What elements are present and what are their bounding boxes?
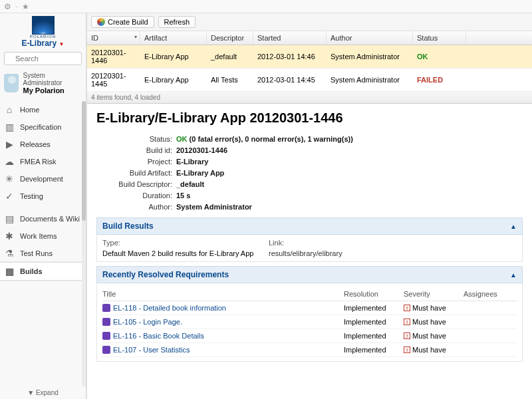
- project-selector[interactable]: E-Library ▼: [0, 39, 86, 48]
- nav-icon: ☁: [4, 156, 15, 167]
- build-row[interactable]: 20120301-1445E-Library AppAll Tests2012-…: [87, 68, 532, 92]
- nav: ⌂Home▥Specification▶Releases☁FMEA Risk✳D…: [0, 101, 86, 386]
- requirement-icon: [102, 318, 110, 326]
- star-icon[interactable]: ★: [22, 2, 29, 11]
- nav-icon: ✳: [4, 174, 15, 184]
- my-polarion-link[interactable]: My Polarion: [23, 86, 82, 94]
- refresh-button[interactable]: Refresh: [158, 16, 196, 28]
- col-author[interactable]: Author: [327, 31, 413, 45]
- link-label: Link:: [269, 239, 517, 247]
- sidebar-item-builds[interactable]: ▦Builds: [0, 262, 86, 281]
- nav-icon: ▦: [4, 266, 15, 277]
- sidebar: POLARION E-Library ▼ System Administrato…: [0, 13, 86, 399]
- nav-label: Home: [20, 106, 39, 114]
- col-descriptor[interactable]: Descriptor: [207, 31, 253, 45]
- nav-label: Releases: [20, 140, 51, 148]
- sidebar-item-fmea-risk[interactable]: ☁FMEA Risk: [0, 153, 86, 170]
- grid-footer: 4 items found, 4 loaded: [87, 92, 532, 104]
- requirement-row[interactable]: EL-116 - Basic Book DetailsImplemented!M…: [102, 329, 517, 343]
- req-col-assignees: Assignees: [464, 290, 517, 298]
- detail-key: Build Descriptor:: [110, 180, 176, 188]
- requirement-icon: [102, 304, 110, 312]
- sidebar-item-work-items[interactable]: ✱Work Items: [0, 227, 86, 245]
- recent-req-header[interactable]: Recently Resolved Requirements▲: [96, 266, 523, 283]
- sidebar-item-test-runs[interactable]: ⚗Test Runs: [0, 245, 86, 262]
- detail-key: Status:: [110, 135, 176, 143]
- nav-label: Work Items: [20, 232, 57, 240]
- requirement-row[interactable]: EL-105 - Login Page.Implemented!Must hav…: [102, 315, 517, 329]
- requirement-icon: [102, 346, 110, 354]
- nav-label: Testing: [20, 192, 43, 200]
- create-build-icon: [97, 18, 105, 26]
- nav-label: FMEA Risk: [20, 158, 56, 166]
- nav-icon: ⌂: [4, 104, 15, 115]
- sidebar-item-testing[interactable]: ✓Testing: [0, 188, 86, 205]
- detail-value: OK (0 fatal error(s), 0 normal error(s),…: [176, 135, 523, 143]
- detail-value: E-Library App: [176, 169, 523, 177]
- detail-key: Build id:: [110, 146, 176, 154]
- nav-icon: ▶: [4, 139, 15, 150]
- sidebar-item-releases[interactable]: ▶Releases: [0, 136, 86, 153]
- nav-icon: ✱: [4, 231, 15, 241]
- detail-value: 15 s: [176, 192, 523, 200]
- detail-value: _default: [176, 180, 523, 188]
- recent-req-body: Title Resolution Severity Assignees EL-1…: [96, 283, 523, 362]
- nav-label: Builds: [20, 267, 43, 275]
- avatar: [4, 74, 19, 92]
- req-col-resolution: Resolution: [344, 290, 404, 298]
- detail-key: Project:: [110, 158, 176, 166]
- detail-key: Build Artifact:: [110, 169, 176, 177]
- col-status[interactable]: Status: [413, 31, 466, 45]
- nav-icon: ▤: [4, 213, 15, 224]
- type-value: Default Maven 2 build results for E-Libr…: [102, 249, 269, 257]
- sidebar-scrollbar[interactable]: [82, 101, 86, 386]
- build-results-header[interactable]: Build Results▲: [96, 217, 523, 235]
- gear-icon[interactable]: ⚙: [4, 2, 11, 11]
- link-value[interactable]: results/elibrary/elibrary: [269, 249, 517, 257]
- req-col-severity: Severity: [404, 290, 464, 298]
- col-artifact[interactable]: Artifact: [140, 31, 207, 45]
- sidebar-item-development[interactable]: ✳Development: [0, 170, 86, 188]
- nav-label: Documents & Wiki: [20, 215, 80, 223]
- nav-icon: ▥: [4, 122, 15, 132]
- severity-icon: !: [404, 305, 410, 311]
- expand-nav[interactable]: ▼ Expand: [0, 386, 86, 399]
- detail-value: 20120301-1446: [176, 146, 523, 154]
- detail-value: E-Library: [176, 158, 523, 166]
- detail-title: E-Library/E-Library App 20120301-1446: [96, 110, 523, 126]
- collapse-icon[interactable]: ▲: [510, 223, 517, 230]
- detail-value: System Administrator: [176, 203, 523, 211]
- req-col-title: Title: [102, 290, 344, 298]
- user-block[interactable]: System Administrator My Polarion: [0, 68, 86, 101]
- type-label: Type:: [102, 239, 269, 247]
- user-name: System Administrator: [23, 72, 82, 86]
- sidebar-item-documents-wiki[interactable]: ▤Documents & Wiki: [0, 210, 86, 227]
- create-build-button[interactable]: Create Build: [91, 16, 154, 28]
- severity-icon: !: [404, 319, 410, 325]
- detail-key: Author:: [110, 203, 176, 211]
- nav-label: Development: [20, 175, 63, 183]
- requirement-icon: [102, 332, 110, 340]
- builds-table-header: ID Artifact Descriptor Started Author St…: [87, 31, 532, 45]
- col-id[interactable]: ID: [87, 31, 140, 45]
- content-area: Create Build Refresh ID Artifact Descrip…: [86, 13, 532, 399]
- col-started[interactable]: Started: [253, 31, 327, 45]
- nav-label: Specification: [20, 123, 61, 131]
- sidebar-item-specification[interactable]: ▥Specification: [0, 118, 86, 136]
- build-row[interactable]: 20120301-1446E-Library App_default2012-0…: [87, 45, 532, 68]
- build-results-body: Type: Link: Default Maven 2 build result…: [96, 235, 523, 262]
- severity-icon: !: [404, 332, 410, 339]
- collapse-icon[interactable]: ▲: [510, 271, 517, 279]
- sidebar-item-home[interactable]: ⌂Home: [0, 101, 86, 118]
- nav-icon: ⚗: [4, 248, 15, 259]
- requirement-row[interactable]: EL-107 - User StatisticsImplemented!Must…: [102, 343, 517, 357]
- search-input[interactable]: [4, 52, 82, 65]
- requirement-row[interactable]: EL-118 - Detailed book informationImplem…: [102, 301, 517, 315]
- build-detail: E-Library/E-Library App 20120301-1446 St…: [87, 104, 532, 399]
- builds-toolbar: Create Build Refresh: [87, 13, 532, 31]
- nav-icon: ✓: [4, 191, 15, 201]
- window-topbar: ⚙ - ★: [0, 0, 532, 13]
- severity-icon: !: [404, 346, 410, 353]
- detail-key: Duration:: [110, 192, 176, 200]
- nav-label: Test Runs: [20, 249, 53, 257]
